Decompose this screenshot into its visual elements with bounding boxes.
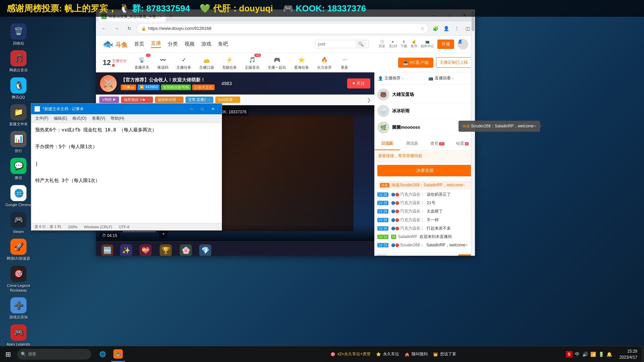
- icon-tencent-qq[interactable]: 🐧 腾讯QQ: [1, 75, 36, 102]
- func-star-task[interactable]: ⭐ 星海任务: [290, 53, 313, 72]
- nav-live[interactable]: 直播: [151, 40, 161, 48]
- func-play-together[interactable]: 🎮 主播一起玩: [264, 53, 290, 72]
- chrome-extensions-icon[interactable]: 🧩: [431, 24, 440, 33]
- chrome-address-bar[interactable]: 🔒 https://www.douyu.com/9126168 ☆: [137, 23, 429, 34]
- msg-text-7: SaladinRP，welcome~: [426, 243, 468, 247]
- gift-item-sign[interactable]: ✨ 新签: [117, 243, 135, 256]
- icon-new-folder[interactable]: 📁 新建文件夹: [1, 102, 36, 128]
- tab-daily-active[interactable]: 日活跃: [375, 138, 400, 150]
- follow-btn[interactable]: ♥ 关注: [347, 78, 370, 88]
- func-host-pocket[interactable]: 👝 主播口袋: [195, 53, 218, 72]
- icon-games-addon[interactable]: ➕ 游戏次添加: [1, 295, 36, 321]
- tray-volume-icon[interactable]: 🔊: [582, 351, 589, 358]
- tab-weekly-active[interactable]: 周活跃: [400, 138, 425, 150]
- func-firepower[interactable]: 🔥 火力全开: [313, 53, 336, 72]
- chat-popup: 响嘉 Souder268：SaladinRP，welcome~: [459, 121, 540, 132]
- charge-task-label: 充能任务: [222, 65, 237, 70]
- notepad-close-btn[interactable]: ✕: [208, 105, 218, 113]
- tray-notification-icon[interactable]: 🔔: [606, 351, 613, 358]
- chrome-menu-icon[interactable]: ⋮: [452, 24, 462, 33]
- start-button[interactable]: ⊞: [0, 346, 16, 362]
- func-more[interactable]: ··· 更多: [336, 53, 353, 72]
- chrome-forward-btn[interactable]: →: [111, 23, 122, 34]
- tray-s-icon[interactable]: S: [566, 351, 573, 358]
- marquee-icon-3: 🎪: [405, 352, 410, 357]
- chrome-user-icon[interactable]: 👤: [441, 24, 451, 33]
- customize-btn[interactable]: 主播定制已上线: [436, 57, 472, 68]
- chrome-back-btn[interactable]: ←: [99, 23, 109, 34]
- douyu-search-btn[interactable]: 🔍: [356, 40, 367, 48]
- notepad-content[interactable]: 预热奖6个：vx或zfb 现金红包 18.8 （每人最多两次） 手办摆件：5个（…: [31, 123, 222, 223]
- douyu-open-btn[interactable]: 开播: [437, 40, 454, 49]
- nav-game[interactable]: 游戏: [201, 41, 211, 47]
- icon-google-chrome[interactable]: 🌐 Google Chrome: [1, 183, 36, 209]
- douyu-create-icon[interactable]: 📺创作中心: [421, 40, 434, 49]
- gift-item-crystal[interactable]: 💎 水晶工: [197, 243, 214, 256]
- notepad-help-menu[interactable]: 帮助(H): [108, 114, 127, 123]
- fan-badge-btn[interactable]: 粉: [377, 254, 387, 256]
- icon-apex-legends[interactable]: 🎮 Apex Legends: [1, 322, 36, 349]
- username-6: SaladinRP: [398, 234, 417, 239]
- icon-ranking[interactable]: 📊 排行: [1, 129, 36, 155]
- super-fan-badge[interactable]: 超级粉丝团 →: [155, 97, 183, 103]
- stream-progress[interactable]: [122, 231, 156, 232]
- douyu-download-icon[interactable]: ⬇下载: [400, 40, 407, 49]
- top-live-badge[interactable]: 至尊 直播2 →: [185, 97, 213, 103]
- gift-item-new[interactable]: 🆕 任存: [99, 243, 116, 256]
- notepad-view-menu[interactable]: 查看(V): [89, 114, 108, 123]
- lucky-star-badge[interactable]: 福星挑战 3★ →: [121, 97, 153, 103]
- func-music[interactable]: 🎵 正版音乐 AD: [241, 53, 264, 72]
- icon-recycle-bin[interactable]: 🗑️ 回收站: [1, 21, 36, 48]
- notepad-minimize-btn[interactable]: ─: [186, 105, 197, 113]
- douyu-avatar[interactable]: 👤: [458, 39, 468, 50]
- tray-language-icon[interactable]: 中: [574, 351, 581, 358]
- douyu-income-icon[interactable]: 💰鱼币: [411, 40, 417, 49]
- gift-item-growth[interactable]: 🌸 宝宝成长: [176, 243, 195, 256]
- notepad-maximize-btn[interactable]: □: [197, 105, 208, 113]
- stream-add-btn[interactable]: +: [159, 229, 168, 239]
- func-stream-key[interactable]: 〰️ 推流码: [153, 53, 172, 72]
- func-broadcast-switch[interactable]: 📡 直播开关 1: [130, 53, 153, 72]
- carousel-right-btn[interactable]: ❯: [367, 97, 371, 103]
- vip-badge[interactable]: V周榜 ▶: [99, 97, 119, 103]
- donate-btn[interactable]: 决赛发掘: [377, 165, 472, 176]
- diamond-league-badge[interactable]: 钻钻联赛 →: [215, 97, 240, 103]
- icon-wechat[interactable]: 💬 微信: [1, 156, 36, 182]
- taskbar-clock[interactable]: 15:29 2023/4/17: [615, 348, 641, 360]
- tray-network-icon[interactable]: 📶: [590, 351, 597, 358]
- nav-home[interactable]: 首页: [134, 41, 144, 47]
- douyu-search-input[interactable]: [315, 40, 356, 48]
- notepad-edit-menu[interactable]: 编辑(E): [51, 114, 70, 123]
- chrome-refresh-btn[interactable]: ↻: [124, 23, 135, 34]
- chat-input[interactable]: [388, 254, 457, 256]
- taskbar-douyu-icon[interactable]: 🐟: [111, 347, 125, 362]
- gift-item-fan[interactable]: 💝 粉丝礼物: [136, 243, 155, 256]
- pc-client-btn[interactable]: 💻 PC客户端: [398, 58, 433, 68]
- gift-item-achievement[interactable]: 🏆 精彩成就: [156, 243, 175, 256]
- tab-examine[interactable]: 查究77: [425, 138, 450, 150]
- icon-netease-music[interactable]: 🎵 网易云音乐: [1, 48, 36, 74]
- taskbar-search-box[interactable]: 🔍 搜索: [17, 349, 91, 360]
- douyu-follow-icon[interactable]: ♥关注Il: [389, 40, 397, 49]
- taskbar-browser-icon[interactable]: 🌐: [95, 347, 110, 362]
- nav-video[interactable]: 视频: [184, 41, 195, 47]
- func-charge-task[interactable]: ⚡ 充能任务: [218, 53, 241, 72]
- douyu-history-icon[interactable]: 🕐历史: [379, 40, 385, 49]
- host-item-1[interactable]: 🐻 大雄宝蛋场: [377, 86, 472, 103]
- icon-crime-legend[interactable]: 🎯 Crime Legend Rockaway: [1, 264, 36, 295]
- show-desktop-btn[interactable]: [641, 346, 644, 362]
- douyu-search-box[interactable]: 🔍: [315, 40, 369, 48]
- host-item-2[interactable]: 🌧️ 冰冰听雨: [377, 103, 472, 119]
- chrome-scrollbar[interactable]: [471, 9, 475, 256]
- nav-fish[interactable]: 鱼吧: [218, 41, 228, 47]
- func-host-task[interactable]: ✓ 主播任务: [172, 53, 195, 72]
- icon-uu-booster[interactable]: 🚀 网游UU加速器: [1, 237, 36, 263]
- icon-steam[interactable]: 🎮 Steam: [1, 210, 36, 236]
- host-item-3[interactable]: 🌿 菌菌mooooss: [377, 119, 472, 136]
- host-recommendation-tab[interactable]: 👤 主播推荐 ›: [375, 72, 425, 84]
- nav-category[interactable]: 分类: [168, 41, 178, 47]
- replay-tab[interactable]: 📺 直播回看 ›: [425, 72, 475, 84]
- tray-battery-icon[interactable]: 🔋: [598, 351, 605, 358]
- notepad-format-menu[interactable]: 格式(O): [70, 114, 89, 123]
- notepad-file-menu[interactable]: 文件(F): [33, 114, 51, 123]
